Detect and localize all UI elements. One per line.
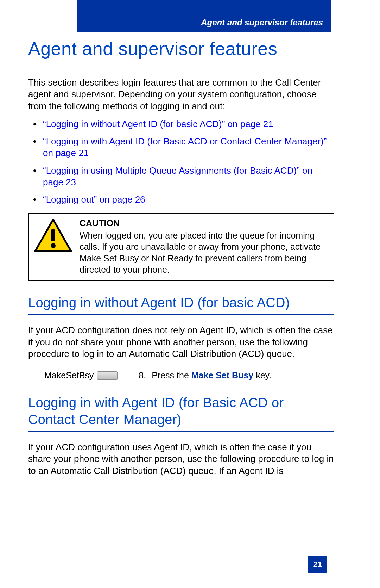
- header-running-title: Agent and supervisor features: [77, 0, 331, 32]
- toc-link[interactable]: “Logging in with Agent ID (for Basic ACD…: [43, 136, 327, 158]
- section-2-body: If your ACD configuration uses Agent ID,…: [28, 441, 334, 477]
- step-prefix: Press the: [152, 370, 191, 380]
- caution-box: CAUTION When logged on, you are placed i…: [28, 213, 334, 281]
- header-title-text: Agent and supervisor features: [201, 18, 323, 27]
- toc-link[interactable]: “Logging in using Multiple Queue Assignm…: [43, 165, 312, 187]
- toc-link-list: “Logging in without Agent ID (for basic …: [28, 118, 334, 206]
- svg-point-2: [51, 243, 56, 248]
- softkey-label: MakeSetBsy: [44, 370, 94, 380]
- intro-paragraph: This section describes login features th…: [28, 77, 334, 112]
- page-number: 21: [308, 556, 327, 573]
- step-suffix: key.: [253, 370, 271, 380]
- softkey-button-icon: [97, 371, 118, 380]
- caution-text: CAUTION When logged on, you are placed i…: [76, 217, 329, 276]
- caution-icon-wrap: [34, 217, 76, 276]
- page-title: Agent and supervisor features: [28, 38, 334, 59]
- page-number-text: 21: [314, 560, 322, 569]
- page-content: Agent and supervisor features This secti…: [28, 38, 334, 483]
- warning-icon: [34, 219, 72, 254]
- section-heading-2: Logging in with Agent ID (for Basic ACD …: [28, 395, 334, 432]
- step-number: 8.: [139, 370, 146, 380]
- list-item: “Logging in without Agent ID (for basic …: [28, 118, 334, 130]
- list-item: “Logging in with Agent ID (for Basic ACD…: [28, 136, 334, 159]
- list-item: “Logging in using Multiple Queue Assignm…: [28, 165, 334, 188]
- section-1-body: If your ACD configuration does not rely …: [28, 324, 334, 360]
- step-row: MakeSetBsy 8. Press the Make Set Busy ke…: [44, 370, 334, 380]
- toc-link[interactable]: “Logging out” on page 26: [43, 194, 145, 205]
- step-instruction: Press the Make Set Busy key.: [152, 370, 271, 380]
- caution-body: When logged on, you are placed into the …: [80, 230, 321, 275]
- step-emphasis: Make Set Busy: [191, 370, 253, 380]
- list-item: “Logging out” on page 26: [28, 194, 334, 205]
- toc-link[interactable]: “Logging in without Agent ID (for basic …: [43, 119, 273, 129]
- caution-title: CAUTION: [80, 217, 329, 229]
- section-heading-1: Logging in without Agent ID (for basic A…: [28, 295, 334, 315]
- svg-rect-1: [51, 229, 55, 241]
